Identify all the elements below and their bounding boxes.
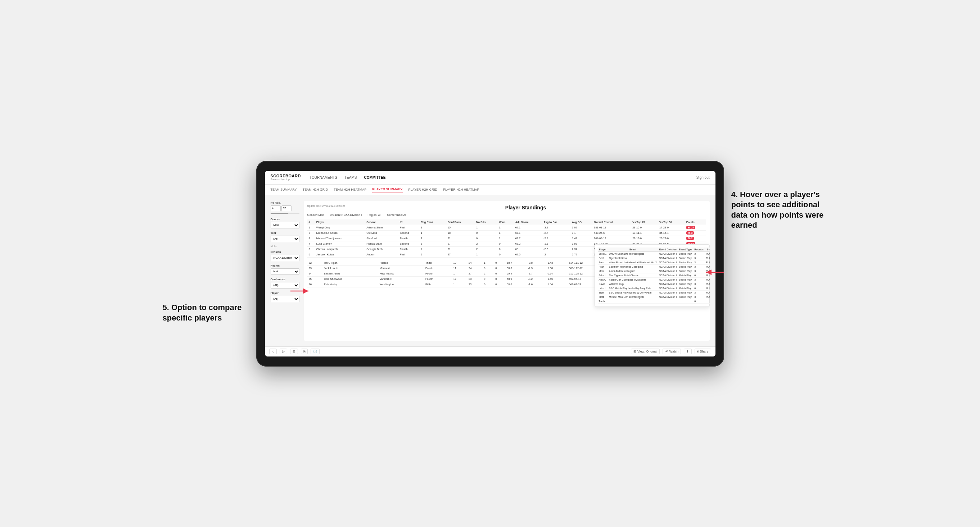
- cell-rds: 2: [483, 271, 494, 276]
- cell-avg-sg: 1.98: [570, 241, 592, 246]
- cell-avg-sg: 1.47: [570, 236, 592, 241]
- cell-to-par: -2.6: [542, 246, 570, 252]
- col-wins: Wins: [497, 219, 514, 225]
- cell-conf-rank: 23: [467, 282, 483, 287]
- cell-points[interactable]: 88.27: [685, 225, 706, 230]
- tablet-device: SCOREBOARD Powered by clippi TOURNAMENTS…: [256, 161, 724, 367]
- no-rds-min-input[interactable]: [270, 205, 281, 211]
- region-select[interactable]: N/A: [270, 268, 299, 275]
- subnav-team-h2h-heatmap[interactable]: TEAM H2H HEATMAP: [334, 187, 366, 192]
- cell-school: Ole Miss: [365, 230, 398, 236]
- cell-adj-score: 68.2: [514, 241, 542, 246]
- cell-adj-score: 67.1: [514, 225, 542, 230]
- nav-tournaments[interactable]: TOURNAMENTS: [310, 174, 337, 181]
- hover-cell-player: Tiger: [598, 290, 608, 295]
- cell-points[interactable]: 76.3: [685, 230, 706, 236]
- subnav-player-h2h-heatmap[interactable]: PLAYER H2H HEATMAP: [443, 187, 479, 192]
- cell-points[interactable]: 70.2: [685, 236, 706, 241]
- table-row[interactable]: 3 Michael Thorbjornsen Stanford Fourth 1…: [307, 236, 706, 241]
- cell-wins: 0: [494, 265, 505, 271]
- hover-cell-status: PLAYED: [705, 251, 710, 256]
- cell-wins: 0: [497, 246, 514, 252]
- hover-table-row[interactable]: Bren... Wake Forest Invitational at Pine…: [598, 260, 710, 264]
- cell-yr: Fourth: [398, 236, 419, 241]
- cell-adj-score: 68.6: [505, 282, 527, 287]
- cell-overall: 440-26-6: [592, 230, 631, 236]
- clock-button[interactable]: 🕐: [310, 349, 320, 354]
- hover-table-row[interactable]: Jake I The Cypress Point Classic NCAA Di…: [598, 273, 710, 277]
- hover-table-row[interactable]: Luke I SEC Match Play hosted by Jerry Pa…: [598, 286, 710, 290]
- hover-table-row[interactable]: David Williams Cup NCAA Division I Strok…: [598, 282, 710, 286]
- subnav-player-summary[interactable]: PLAYER SUMMARY: [372, 187, 402, 192]
- cell-rds: 2: [475, 246, 497, 252]
- division-filter-label: Division:: [330, 213, 341, 217]
- hover-table-row[interactable]: Mare Amer An Intercollegiate NCAA Divisi…: [598, 269, 710, 273]
- hover-col-player: Player: [598, 248, 608, 252]
- gender-filter-value: Men: [318, 213, 324, 217]
- hover-table-row[interactable]: Alex C Fallen Oak Collegiate Invitationa…: [598, 277, 710, 282]
- hover-table-row[interactable]: Jacol... UNCW Seahawk Intercollegiate NC…: [598, 251, 710, 256]
- hover-table-row[interactable]: Tiger SEC Stroke Play hosted by Jerry Pa…: [598, 290, 710, 295]
- nav-committee[interactable]: COMMITTEE: [364, 174, 385, 181]
- region-filter-label: Region:: [368, 213, 378, 217]
- cell-to-par: -2.8: [542, 236, 570, 241]
- hover-cell-division: NCAA Division I: [658, 286, 678, 290]
- hover-cell-division: NCAA Division I: [658, 269, 678, 273]
- col-rds: No Rds.: [475, 219, 497, 225]
- cell-player: Ian Gilligan: [323, 260, 378, 266]
- export-button[interactable]: ⬇: [684, 349, 692, 354]
- cell-wins: 1: [497, 225, 514, 230]
- division-select[interactable]: NCAA Division I: [270, 255, 299, 261]
- cell-wins: 0: [494, 260, 505, 266]
- year-select[interactable]: (All): [270, 236, 299, 242]
- copy-button[interactable]: ⎘: [301, 349, 308, 354]
- cell-rds: 0: [475, 230, 497, 236]
- cell-adj-score: 68.9: [505, 276, 527, 282]
- hover-cell-player: Gorb: [598, 256, 608, 260]
- no-rds-section: No Rds.: [270, 201, 299, 215]
- no-rds-max-input[interactable]: [282, 205, 291, 211]
- cell-school: Stanford: [365, 236, 398, 241]
- gender-select[interactable]: Men: [270, 222, 299, 229]
- nav-teams[interactable]: TEAMS: [344, 174, 357, 181]
- sign-out-link[interactable]: Sign out: [697, 176, 710, 179]
- hover-table-row[interactable]: Gorb Tiger Invitational NCAA Division I …: [598, 256, 710, 260]
- hover-cell-player: Bren...: [598, 260, 608, 264]
- cell-rds: 1: [475, 252, 497, 257]
- hover-table-row[interactable]: Mattl Mirabel Maui Jim Intercollegiate N…: [598, 295, 710, 299]
- arrow-left: [289, 286, 310, 297]
- brand-title: SCOREBOARD: [270, 174, 301, 178]
- range-slider[interactable]: [270, 213, 299, 214]
- col-vs-top50: Vs Top 50: [658, 219, 685, 225]
- cell-wins: 0: [494, 276, 505, 282]
- cell-school: Georgia Tech: [365, 246, 398, 252]
- cell-wins: 1: [497, 230, 514, 236]
- table-row[interactable]: 2 Michael La Sasso Ole Miss Second 1 18 …: [307, 230, 706, 236]
- conference-label: Conference: [270, 278, 299, 281]
- share-button[interactable]: ⎗ Share: [695, 349, 711, 354]
- subnav: TEAM SUMMARY TEAM H2H GRID TEAM H2H HEAT…: [265, 184, 716, 195]
- forward-button[interactable]: ▷: [280, 349, 287, 354]
- subnav-team-h2h-grid[interactable]: TEAM H2H GRID: [303, 187, 328, 192]
- cell-school: Vanderbilt: [378, 276, 424, 282]
- grid-button[interactable]: ⊞: [290, 349, 298, 354]
- hover-table-row[interactable]: Taelb... 0: [598, 299, 710, 303]
- hover-table-row[interactable]: Pitch Southern Highlands Collegiate NCAA…: [598, 264, 710, 269]
- col-school: School: [365, 219, 398, 225]
- hover-cell-player: Jake I: [598, 273, 608, 277]
- cell-to-par: -3.2: [527, 276, 546, 282]
- watch-button[interactable]: 👁 Watch: [663, 349, 681, 354]
- subnav-player-h2h-grid[interactable]: PLAYER H2H GRID: [409, 187, 437, 192]
- cell-yr: Fifth: [424, 282, 452, 287]
- hover-cell-type: Stroke Play: [678, 251, 693, 256]
- back-button[interactable]: ◁: [269, 349, 277, 354]
- cell-school: Auburn: [365, 252, 398, 257]
- cell-adj-score: 68.5: [505, 265, 527, 271]
- table-row[interactable]: 1 Wenyi Ding Arizona State First 1 15 1 …: [307, 225, 706, 230]
- cell-avg-sg: 1.68: [546, 265, 568, 271]
- subnav-team-summary[interactable]: TEAM SUMMARY: [270, 187, 297, 192]
- player-select[interactable]: (All): [270, 296, 299, 302]
- view-original-button[interactable]: ⊞ View: Original: [631, 349, 660, 354]
- cell-rds: 0: [475, 236, 497, 241]
- cell-avg-sg: 1.65: [546, 276, 568, 282]
